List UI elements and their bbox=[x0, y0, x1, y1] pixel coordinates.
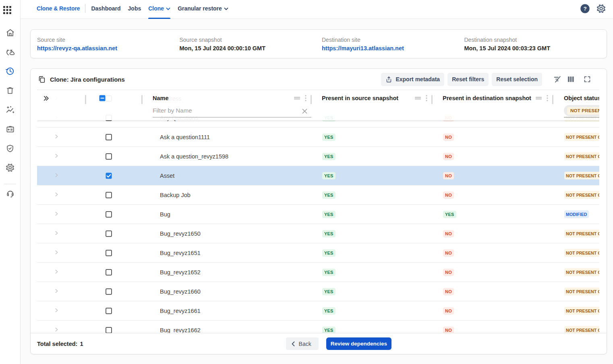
row-name: Bug_revyz1660 bbox=[160, 288, 201, 295]
sidebar-item-clone[interactable] bbox=[0, 42, 20, 62]
row-expand-chevron[interactable] bbox=[54, 134, 59, 139]
name-filter-input[interactable] bbox=[153, 106, 311, 117]
copy-icon bbox=[38, 76, 46, 83]
status-filter-cell: NOT PRESENT O bbox=[564, 105, 599, 117]
row-expand-chevron[interactable] bbox=[54, 211, 59, 216]
table-row[interactable]: BugYESYESMODIFIED bbox=[37, 205, 599, 224]
app-switcher-grid-icon[interactable] bbox=[3, 6, 11, 14]
status-column-label: Object status bbox=[564, 95, 599, 101]
fullscreen-icon[interactable] bbox=[584, 76, 591, 83]
clear-filters-icon[interactable] bbox=[553, 75, 562, 84]
table-row[interactable]: Bug_revyz1651YESNONOT PRESENT O bbox=[37, 243, 599, 263]
column-menu-icon[interactable] bbox=[305, 95, 306, 101]
row-expand-chevron[interactable] bbox=[54, 230, 59, 236]
total-selected-label: Total selected: bbox=[37, 341, 77, 347]
sidebar-item-assets[interactable] bbox=[0, 119, 20, 139]
row-name: Asset bbox=[160, 173, 174, 179]
destination-site-link[interactable]: https://mayuri13.atlassian.net bbox=[322, 45, 464, 51]
row-checkbox[interactable] bbox=[106, 230, 142, 237]
sidebar-item-home[interactable] bbox=[0, 23, 20, 42]
row-checkbox[interactable] bbox=[106, 327, 142, 333]
table-row[interactable]: AssetYESNONOT PRESENT O bbox=[37, 166, 599, 185]
row-expand-chevron[interactable] bbox=[54, 288, 59, 294]
row-expand-chevron[interactable] bbox=[54, 250, 59, 255]
row-expand-chevron[interactable] bbox=[54, 327, 59, 332]
object-status-badge: NOT PRESENT O bbox=[564, 326, 599, 333]
columns-icon[interactable] bbox=[567, 76, 574, 83]
sidebar-item-settings[interactable] bbox=[0, 158, 20, 177]
table-row[interactable]: Bug_revyz1661YESNONOT PRESENT O bbox=[37, 301, 599, 321]
source-site-link[interactable]: https://revyz-qa.atlassian.net bbox=[37, 45, 180, 51]
status-filter-chip-label: NOT PRESENT O bbox=[567, 107, 599, 115]
table-row[interactable]: Backup JobYESNONOT PRESENT O bbox=[37, 185, 599, 205]
row-expand-chevron[interactable] bbox=[54, 269, 59, 274]
row-checkbox[interactable] bbox=[106, 269, 142, 276]
row-expand-chevron[interactable] bbox=[54, 153, 59, 158]
snapshot-info-bar: Source site https://revyz-qa.atlassian.n… bbox=[30, 29, 607, 58]
back-button[interactable]: Back bbox=[286, 337, 319, 350]
asset-card-icon bbox=[6, 125, 15, 134]
select-all-checkbox[interactable] bbox=[99, 95, 106, 101]
export-metadata-label: Export metadata bbox=[396, 76, 440, 82]
table-row[interactable]: Bug_revyz1650YESNONOT PRESENT O bbox=[37, 224, 599, 243]
review-dependencies-button[interactable]: Review dependencies bbox=[326, 337, 391, 350]
select-all-column-header bbox=[86, 90, 142, 106]
nav-item-label: Jobs bbox=[128, 5, 141, 12]
nav-item-jobs[interactable]: Jobs bbox=[124, 0, 145, 19]
source-presence-badge: YES bbox=[322, 134, 335, 141]
row-checkbox[interactable] bbox=[106, 211, 142, 218]
source-presence-badge: YES bbox=[322, 288, 335, 295]
row-checkbox[interactable] bbox=[106, 192, 142, 198]
row-name: Bug_revyz1652 bbox=[160, 269, 201, 276]
row-checkbox[interactable] bbox=[106, 308, 142, 314]
destination-snapshot-value: Mon, 15 Jul 2024 00:03:23 GMT bbox=[464, 45, 607, 51]
source-column-header: Present in source snapshot bbox=[311, 90, 432, 106]
trash-icon bbox=[6, 86, 14, 95]
clear-filter-icon[interactable] bbox=[301, 108, 308, 115]
table-row[interactable]: Ask a question1111YESNONOT PRESENT O bbox=[37, 128, 599, 147]
source-presence-badge: YES bbox=[322, 327, 335, 333]
app-brand[interactable]: Clone & Restore bbox=[37, 5, 80, 12]
nav-item-label: Granular restore bbox=[178, 5, 222, 12]
export-metadata-button[interactable]: Export metadata bbox=[381, 73, 444, 86]
sidebar-item-restore-history[interactable] bbox=[0, 62, 20, 81]
column-menu-icon[interactable] bbox=[547, 95, 548, 101]
row-checkbox[interactable] bbox=[106, 288, 142, 295]
settings-gear-icon[interactable] bbox=[596, 4, 606, 13]
row-checkbox[interactable] bbox=[106, 134, 142, 140]
nav-item-dashboard[interactable]: Dashboard bbox=[87, 0, 124, 19]
sidebar-icon-list bbox=[0, 23, 20, 177]
reset-filters-button[interactable]: Reset filters bbox=[447, 73, 489, 86]
nav-item-granular-restore[interactable]: Granular restore bbox=[174, 0, 232, 19]
drag-handle-icon[interactable] bbox=[294, 96, 300, 101]
table-row[interactable]: Bug_revyz1660YESNONOT PRESENT O bbox=[37, 282, 599, 301]
row-checkbox[interactable] bbox=[106, 250, 142, 256]
sidebar-item-security[interactable] bbox=[0, 139, 20, 158]
table-row[interactable]: Bug_revyz1662YESNONOT PRESENT O bbox=[37, 321, 599, 333]
destination-column-header: Present in destination snapshot bbox=[432, 90, 553, 106]
table-row[interactable]: Bug_revyz1652YESNONOT PRESENT O bbox=[37, 263, 599, 282]
source-site-label: Source site bbox=[37, 37, 180, 43]
nav-item-clone[interactable]: Clone bbox=[145, 0, 174, 19]
help-icon[interactable]: ? bbox=[580, 4, 590, 14]
row-checkbox[interactable] bbox=[106, 153, 142, 160]
row-checkbox[interactable] bbox=[106, 173, 142, 179]
status-filter-chip[interactable]: NOT PRESENT O bbox=[564, 105, 599, 116]
table-row[interactable]: Ask a question_revyz1598YESNONOT PRESENT… bbox=[37, 147, 599, 166]
column-menu-icon[interactable] bbox=[426, 95, 427, 101]
svg-text:?: ? bbox=[583, 6, 586, 12]
drag-handle-icon[interactable] bbox=[414, 96, 421, 101]
drag-handle-icon[interactable] bbox=[535, 96, 542, 101]
source-presence-badge: YES bbox=[322, 153, 335, 160]
sidebar-item-support[interactable] bbox=[0, 184, 20, 203]
total-selected: Total selected:1 bbox=[37, 341, 83, 347]
reset-selection-button[interactable]: Reset selection bbox=[492, 73, 542, 86]
row-expand-chevron[interactable] bbox=[54, 192, 59, 197]
expand-all-icon[interactable] bbox=[43, 95, 50, 102]
sidebar-item-trash[interactable] bbox=[0, 81, 20, 100]
row-expand-chevron[interactable] bbox=[54, 308, 59, 313]
object-status-badge: MODIFIED bbox=[564, 210, 589, 218]
destination-presence-badge: NO bbox=[443, 307, 454, 315]
sidebar-item-analytics[interactable] bbox=[0, 100, 20, 119]
row-expand-chevron[interactable] bbox=[54, 173, 59, 178]
